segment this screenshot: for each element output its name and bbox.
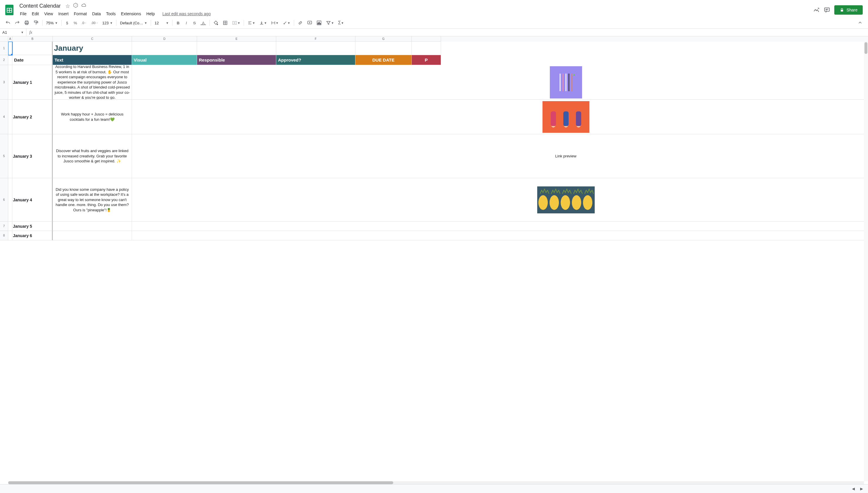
formula-input[interactable] xyxy=(35,29,868,36)
cell-text[interactable]: Discover what fruits and veggies are lin… xyxy=(53,134,132,178)
document-title[interactable]: Content Calendar xyxy=(18,2,62,10)
header-text[interactable]: Text xyxy=(53,55,132,65)
cell-B1[interactable] xyxy=(12,42,53,55)
col-header-F[interactable]: F xyxy=(276,36,355,42)
fill-color-button[interactable] xyxy=(211,19,220,27)
decrease-decimal-button[interactable]: .0← xyxy=(80,19,88,27)
zoom-select[interactable]: 75%▼ xyxy=(44,20,60,26)
functions-button[interactable]: Σ▼ xyxy=(336,19,346,27)
col-header-E[interactable]: E xyxy=(197,36,276,42)
menu-format[interactable]: Format xyxy=(71,10,89,17)
header-due[interactable]: DUE DATE xyxy=(355,55,412,65)
cell-date[interactable]: January 3 xyxy=(12,134,53,178)
redo-button[interactable] xyxy=(13,19,22,27)
col-header-A[interactable]: A xyxy=(8,36,12,42)
cell-date[interactable]: January 5 xyxy=(12,221,53,231)
font-size-select[interactable]: 12▼ xyxy=(153,20,170,26)
activity-icon[interactable] xyxy=(813,7,820,13)
font-select[interactable]: Default (Co…▼ xyxy=(118,20,149,26)
month-title[interactable]: January xyxy=(53,42,132,55)
merge-cells-button[interactable]: ▼ xyxy=(230,19,242,27)
col-header-partial[interactable] xyxy=(412,36,441,42)
cell[interactable] xyxy=(8,231,12,240)
cell-date[interactable]: January 6 xyxy=(12,231,53,240)
row-header[interactable]: 4 xyxy=(0,100,8,134)
vertical-scrollbar[interactable] xyxy=(864,41,868,481)
cell-date[interactable]: January 4 xyxy=(12,178,53,221)
collapse-toolbar-button[interactable] xyxy=(856,19,865,27)
row-header[interactable]: 6 xyxy=(0,178,8,221)
cell-text[interactable]: Work happy hour + Jusco = delicious cock… xyxy=(53,100,132,134)
menu-view[interactable]: View xyxy=(42,10,56,17)
cell[interactable] xyxy=(197,42,276,55)
header-responsible[interactable]: Responsible xyxy=(197,55,276,65)
link-button[interactable] xyxy=(296,19,305,27)
row-header[interactable]: 7 xyxy=(0,221,8,231)
last-edit-info[interactable]: Last edit was seconds ago xyxy=(160,10,213,17)
col-header-D[interactable]: D xyxy=(132,36,197,42)
cell[interactable] xyxy=(8,178,12,221)
cell-visual[interactable]: Link preview xyxy=(132,134,868,178)
share-button[interactable]: Share xyxy=(834,5,863,15)
cell-A1[interactable] xyxy=(8,42,12,55)
header-date[interactable]: Date xyxy=(12,55,53,65)
strikethrough-button[interactable]: S xyxy=(191,19,198,27)
header-p[interactable]: P xyxy=(412,55,441,65)
row-header[interactable]: 2 xyxy=(0,55,8,65)
comments-icon[interactable] xyxy=(824,7,830,13)
percent-button[interactable]: % xyxy=(71,19,79,27)
row-header[interactable]: 5 xyxy=(0,134,8,178)
menu-insert[interactable]: Insert xyxy=(56,10,71,17)
rotate-button[interactable]: ▼ xyxy=(281,19,292,27)
col-header-G[interactable]: G xyxy=(355,36,412,42)
menu-edit[interactable]: Edit xyxy=(29,10,41,17)
cell-text[interactable] xyxy=(53,221,132,231)
menu-tools[interactable]: Tools xyxy=(104,10,118,17)
cell-visual[interactable] xyxy=(132,231,868,240)
sheets-logo[interactable] xyxy=(3,4,15,16)
cell-visual[interactable] xyxy=(132,65,868,100)
paint-format-button[interactable] xyxy=(32,19,40,27)
cell-date[interactable]: January 1 xyxy=(12,65,53,100)
cell[interactable] xyxy=(8,100,12,134)
header-approved[interactable]: Approved? xyxy=(276,55,355,65)
cell-visual[interactable] xyxy=(132,100,868,134)
undo-button[interactable] xyxy=(3,19,12,27)
col-header-B[interactable]: B xyxy=(12,36,53,42)
h-align-button[interactable]: ▼ xyxy=(246,19,257,27)
menu-extensions[interactable]: Extensions xyxy=(119,10,143,17)
select-all-corner[interactable] xyxy=(0,36,8,42)
print-button[interactable] xyxy=(22,19,31,27)
row-header[interactable]: 8 xyxy=(0,231,8,240)
cell-text[interactable] xyxy=(53,231,132,240)
cell[interactable] xyxy=(412,42,441,55)
header-visual[interactable]: Visual xyxy=(132,55,197,65)
cloud-saved-icon[interactable] xyxy=(81,3,87,9)
row-header[interactable]: 1 xyxy=(0,42,8,55)
cell-date[interactable]: January 2 xyxy=(12,100,53,134)
col-header-C[interactable]: C xyxy=(53,36,132,42)
number-format-select[interactable]: 123▼ xyxy=(101,20,115,26)
cell[interactable] xyxy=(276,42,355,55)
sheet-area[interactable]: A B C D E F G 1 January 2 Date Text xyxy=(0,36,868,483)
move-icon[interactable] xyxy=(73,3,78,9)
filter-button[interactable]: ▼ xyxy=(324,19,336,27)
wrap-button[interactable]: ▼ xyxy=(269,19,280,27)
name-box[interactable]: A1▼ xyxy=(0,29,26,36)
borders-button[interactable] xyxy=(221,19,230,27)
text-color-button[interactable]: A xyxy=(199,19,208,27)
cell[interactable] xyxy=(132,42,197,55)
cell[interactable] xyxy=(8,221,12,231)
menu-file[interactable]: File xyxy=(18,10,29,17)
cell-visual[interactable] xyxy=(132,221,868,231)
italic-button[interactable]: I xyxy=(183,19,190,27)
menu-data[interactable]: Data xyxy=(90,10,103,17)
cell[interactable] xyxy=(8,134,12,178)
currency-button[interactable]: $ xyxy=(63,19,71,27)
horizontal-scrollbar[interactable] xyxy=(8,481,864,483)
star-icon[interactable]: ☆ xyxy=(65,3,70,9)
bold-button[interactable]: B xyxy=(174,19,182,27)
cell-text[interactable]: According to Harvard Business Review, 1 … xyxy=(53,65,132,100)
cell[interactable] xyxy=(8,55,12,65)
menu-help[interactable]: Help xyxy=(144,10,157,17)
